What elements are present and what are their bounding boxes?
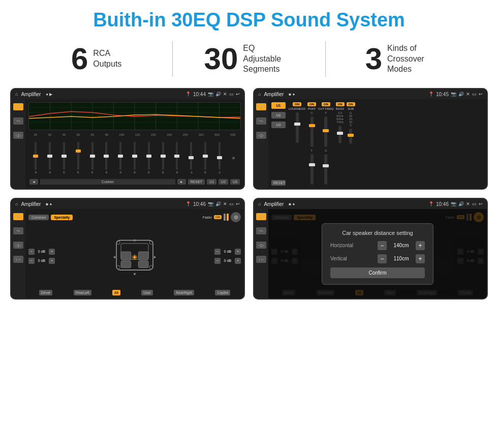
bass-slider[interactable] [338, 126, 341, 143]
cutfreq-on[interactable]: ON [322, 102, 330, 106]
eq-slider-3: 0 [58, 142, 71, 174]
next-preset-btn[interactable]: ► [177, 179, 186, 185]
vol-icon[interactable]: ◁▷ [13, 132, 23, 139]
cutfreq-slider2[interactable] [324, 154, 327, 185]
preset-u2[interactable]: U2 [271, 112, 286, 118]
eq-icon-2[interactable]: ≡ [256, 103, 266, 110]
screen4-topbar: ⌂ Amplifier ■ ● 📍 10:46 📷 🔊 ✕ ▭ ↩ [254, 199, 487, 209]
settings-icon-3[interactable]: ⚙ [231, 212, 241, 222]
eq-sliders-area: 0 0 0 5 0 [28, 139, 241, 176]
eq-icon-4[interactable]: ≡ [256, 213, 266, 220]
screen3-dots: ■ ● [46, 202, 52, 206]
horizontal-label: Horizontal [330, 243, 353, 248]
arrows-icon-3[interactable]: ↕↔ [13, 256, 23, 263]
amp2-reset[interactable]: RESET [271, 180, 286, 186]
amp2-controls: ON LOUDNESS ON PHAT G [289, 102, 484, 186]
sub-on[interactable]: ON [347, 102, 355, 106]
wave-icon[interactable]: 〜 [13, 117, 23, 125]
loudness-on[interactable]: ON [293, 102, 301, 106]
plus-btn-4[interactable]: + [235, 258, 241, 264]
bass-col: ON BASS 3.090Hz80Hz70Hz [336, 102, 345, 186]
plus-btn-2[interactable]: + [49, 258, 55, 264]
eq-slider-chevron[interactable]: » [227, 155, 240, 161]
screen2-app-name: Amplifier [264, 92, 284, 97]
reset-btn[interactable]: RESET [188, 179, 205, 185]
close-icon-2[interactable]: ✕ [466, 92, 470, 97]
u1-btn[interactable]: U1 [207, 179, 216, 185]
confirm-button[interactable]: Confirm [330, 267, 425, 278]
screen1-side-icons: ≡ 〜 ◁▷ [11, 99, 25, 189]
copilot-btn[interactable]: Copilot [215, 290, 230, 295]
common-tab[interactable]: Common [28, 215, 49, 220]
bass-on[interactable]: ON [336, 102, 345, 106]
rearright-btn[interactable]: RearRight [174, 290, 194, 295]
wave-icon-2[interactable]: 〜 [256, 117, 266, 125]
home-icon-3[interactable]: ⌂ [15, 201, 18, 206]
fader-on[interactable]: ON [214, 215, 222, 219]
back-icon-4[interactable]: ↩ [479, 201, 483, 206]
svg-marker-30 [154, 256, 157, 258]
back-icon-2[interactable]: ↩ [479, 92, 483, 97]
all-btn[interactable]: All [112, 290, 120, 295]
sub-slider[interactable] [349, 129, 352, 144]
car-diagram [59, 233, 210, 279]
plus-btn-3[interactable]: + [235, 249, 241, 255]
eq-slider-13: 0 [199, 142, 212, 174]
sub-col: ON SUB G2015105 [347, 102, 355, 186]
sub-label: SUB [348, 107, 354, 110]
prev-preset-btn[interactable]: ◄ [29, 179, 38, 185]
screen4-time: 10:46 [436, 201, 449, 207]
location-icon-4: 📍 [428, 201, 434, 206]
phat-slider2[interactable] [310, 154, 314, 185]
eq-freq-labels: 2532405063 80100125160200 250320400500 [28, 132, 241, 137]
phat-slider[interactable] [310, 116, 314, 147]
u3-btn[interactable]: U3 [230, 179, 240, 185]
minus-btn-3[interactable]: − [214, 249, 221, 255]
horizontal-plus[interactable]: + [416, 241, 425, 250]
eq-slider-2: 0 [44, 142, 56, 174]
back-icon[interactable]: ↩ [236, 92, 240, 97]
screen2-topbar: ⌂ Amplifier ■ ● 📍 10:45 📷 🔊 ✕ ▭ ↩ [254, 89, 487, 99]
arrows-icon-4[interactable]: ↕↔ [256, 256, 266, 263]
vertical-minus[interactable]: − [378, 254, 387, 263]
minus-btn-1[interactable]: − [28, 249, 35, 255]
user-btn[interactable]: User [141, 290, 153, 295]
eq-icon[interactable]: ≡ [13, 103, 23, 110]
eq-slider-12: -1 [185, 142, 198, 174]
eq-slider-14: -1 [213, 142, 226, 174]
phat-on[interactable]: ON [307, 102, 316, 106]
wave-icon-3[interactable]: 〜 [13, 227, 23, 234]
cutfreq-slider[interactable] [324, 116, 327, 147]
specialty-tab[interactable]: Specialty [51, 215, 73, 220]
home-icon[interactable]: ⌂ [15, 92, 18, 97]
db-row-1: − 0 dB + [28, 249, 55, 255]
vol-icon-4[interactable]: ◁▷ [256, 242, 266, 249]
tab-row: Common Specialty Fader ON ⚙ [28, 212, 241, 222]
home-icon-4[interactable]: ⌂ [258, 201, 261, 206]
eq-icon-3[interactable]: ≡ [13, 213, 23, 220]
close-icon[interactable]: ✕ [223, 92, 227, 97]
preset-u1[interactable]: U1 [271, 102, 286, 109]
eq-slider-5: 0 [86, 142, 99, 174]
minus-btn-2[interactable]: − [28, 258, 35, 264]
eq-preset-label: Custom [40, 179, 175, 185]
vol-icon-2[interactable]: ◁▷ [256, 132, 266, 139]
close-icon-4[interactable]: ✕ [466, 201, 470, 206]
vertical-plus[interactable]: + [416, 254, 425, 263]
u2-btn[interactable]: U2 [219, 179, 228, 185]
vol-icon-3[interactable]: ◁▷ [13, 242, 23, 249]
db-row-3: − 0 dB + [214, 249, 241, 255]
minus-btn-4[interactable]: − [214, 258, 221, 264]
screen1-app-name: Amplifier [21, 92, 41, 97]
fader-controls: Fader ON ⚙ [203, 212, 241, 222]
driver-btn[interactable]: Driver [39, 290, 53, 295]
horizontal-minus[interactable]: − [378, 241, 387, 250]
preset-u3[interactable]: U3 [271, 122, 286, 128]
home-icon-2[interactable]: ⌂ [258, 92, 261, 97]
back-icon-3[interactable]: ↩ [236, 201, 240, 206]
wave-icon-4[interactable]: 〜 [256, 227, 266, 234]
rearleft-btn[interactable]: RearLeft [74, 290, 91, 295]
plus-btn-1[interactable]: + [49, 249, 55, 255]
close-icon-3[interactable]: ✕ [223, 201, 227, 206]
loudness-slider[interactable] [296, 112, 299, 143]
